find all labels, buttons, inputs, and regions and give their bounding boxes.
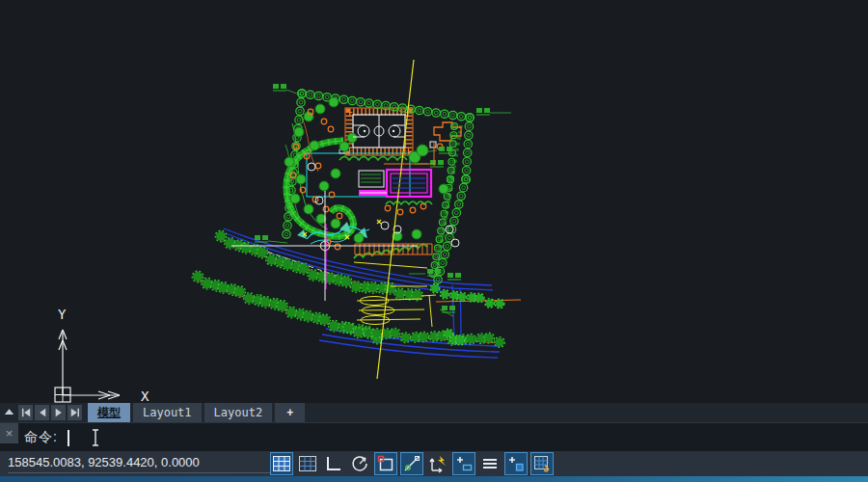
quick-properties-toggle[interactable] — [504, 452, 528, 475]
cad-window: YX 模型Layout1Layout2+ × 命令: 158545.0083, … — [0, 0, 868, 482]
tree-symbol — [331, 219, 340, 228]
object-snap-tracking-icon — [401, 453, 422, 474]
tab-first-button[interactable] — [18, 405, 33, 420]
polar-tracking-toggle[interactable] — [348, 452, 371, 475]
menu-bars-toggle[interactable] — [478, 452, 502, 475]
tree-symbol — [328, 126, 334, 132]
tree-symbol — [331, 169, 340, 178]
layout-tab-bar: 模型Layout1Layout2+ — [0, 403, 868, 422]
tree-clump-row — [343, 323, 505, 348]
tree-symbol — [290, 194, 300, 203]
snap-mode-icon — [297, 453, 318, 474]
tree-symbol — [300, 187, 306, 193]
tree-clump-row — [430, 283, 504, 308]
tree-symbol — [329, 97, 339, 107]
tab-next-button[interactable] — [51, 405, 66, 420]
tree-symbol — [417, 145, 428, 156]
ortho-mode-toggle[interactable] — [322, 452, 345, 475]
tree-symbol — [347, 133, 357, 143]
tab-last-icon — [68, 405, 82, 420]
tree-symbol — [296, 174, 306, 184]
tab-prev-icon — [35, 405, 49, 420]
add-layout-tab[interactable]: + — [275, 403, 305, 422]
tab-up-icon — [2, 405, 16, 420]
tree-symbol — [308, 163, 315, 171]
drawing-area[interactable]: YX — [0, 0, 868, 403]
tab-模型[interactable]: 模型 — [88, 403, 130, 422]
tree-symbol — [335, 244, 340, 250]
tree-symbol — [323, 206, 329, 212]
tree-symbol — [410, 207, 416, 213]
coordinates-display[interactable]: 158545.0083, 92539.4420, 0.0000 — [8, 455, 270, 473]
annotation-monitor-icon — [531, 453, 553, 474]
plant-label — [439, 147, 452, 153]
tree-symbol — [310, 141, 319, 150]
ucs-axis-label: Y — [58, 307, 67, 322]
tab-Layout2[interactable]: Layout2 — [204, 403, 273, 422]
drawing-path — [268, 241, 287, 243]
lineweight-display-toggle[interactable] — [452, 452, 475, 475]
drawing-line — [357, 299, 422, 301]
tree-symbol — [385, 205, 391, 211]
object-snap-tracking-toggle[interactable] — [400, 452, 423, 475]
plant-label — [273, 84, 286, 91]
tree-symbol — [285, 157, 294, 167]
tree-symbol — [397, 209, 403, 215]
lineweight-display-icon — [453, 453, 475, 474]
plant-label — [448, 273, 461, 280]
menu-bars-icon — [479, 453, 501, 474]
window-edge — [0, 476, 868, 482]
site-plan-drawing: YX — [0, 0, 868, 403]
status-bar: 158545.0083, 92539.4420, 0.0000 — [0, 451, 868, 476]
tree-symbol — [321, 119, 327, 124]
tab-last-button[interactable] — [68, 405, 82, 420]
dynamic-ucs-toggle[interactable] — [426, 452, 449, 475]
grid-display-toggle[interactable] — [270, 452, 293, 475]
tree-symbol — [364, 130, 366, 132]
tab-next-icon — [51, 405, 66, 420]
ibeam-cursor — [91, 429, 100, 446]
command-close-button[interactable]: × — [0, 423, 18, 443]
drawing-path — [339, 157, 407, 161]
ucs-axis-label: X — [141, 388, 149, 403]
polar-tracking-icon — [349, 453, 370, 474]
object-snap-toggle[interactable] — [374, 452, 397, 475]
tree-symbol — [354, 233, 364, 243]
tree-row — [462, 114, 474, 183]
tree-symbol — [294, 127, 304, 137]
grid-display-icon — [271, 453, 292, 474]
tree-symbol — [451, 239, 459, 247]
command-prompt: 命令: — [24, 429, 58, 446]
tree-symbol — [315, 104, 325, 114]
tree-symbol — [420, 203, 426, 209]
text-caret — [68, 430, 69, 446]
dynamic-ucs-icon — [427, 453, 448, 474]
drawing-rect — [359, 171, 384, 187]
command-line-bar[interactable]: × 命令: — [0, 422, 868, 452]
tree-symbol — [339, 142, 349, 151]
object-snap-icon — [375, 453, 396, 474]
tree-symbol — [439, 184, 448, 194]
ortho-mode-icon — [323, 453, 344, 474]
annotation-monitor-toggle[interactable] — [530, 452, 554, 475]
tree-symbol — [412, 229, 421, 239]
drawing-rect — [430, 142, 436, 147]
tree-symbol — [315, 163, 321, 169]
tree-symbol — [319, 181, 329, 191]
drawing-line — [429, 295, 432, 327]
tree-symbol — [393, 130, 394, 132]
drawing-line — [421, 295, 436, 296]
drawing-line — [359, 309, 424, 310]
tree-symbol — [337, 213, 342, 219]
tree-symbol — [304, 204, 313, 214]
tab-first-icon — [18, 405, 33, 420]
tab-prev-button[interactable] — [35, 405, 49, 420]
tree-symbol — [381, 222, 389, 229]
tab-up-button[interactable] — [2, 405, 16, 420]
drawing-line — [357, 319, 420, 320]
quick-properties-icon — [505, 453, 527, 474]
plant-label — [476, 108, 490, 115]
tree-symbol — [315, 197, 323, 204]
snap-mode-toggle[interactable] — [296, 452, 319, 475]
tab-Layout1[interactable]: Layout1 — [133, 403, 202, 422]
